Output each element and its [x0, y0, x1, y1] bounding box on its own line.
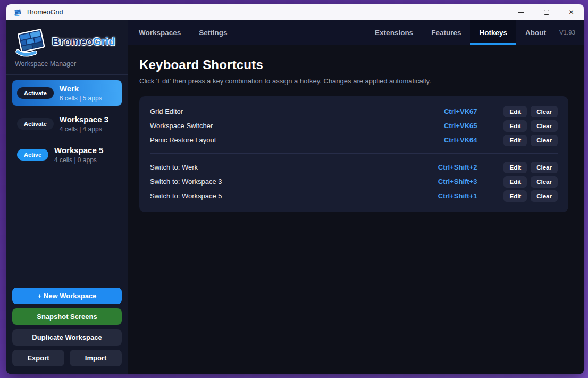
workspace-name: Workspace 5 — [54, 146, 103, 155]
workspace-item-workspace-3[interactable]: Activate Workspace 3 4 cells | 4 apps — [12, 111, 122, 137]
edit-button[interactable]: Edit — [503, 190, 527, 202]
nav-right-group: Extensions Features Hotkeys About V1.93 — [366, 20, 584, 45]
workspace-name: Werk — [60, 84, 102, 94]
desktop-background: BromeoGrid ✕ — [0, 0, 588, 378]
tab-settings[interactable]: Settings — [190, 20, 236, 45]
app-window: BromeoGrid ✕ — [6, 4, 584, 374]
sidebar-spacer — [6, 173, 128, 281]
hotkey-row-panic-restore: Panic Restore Layout Ctrl+VK64 Edit Clea… — [150, 133, 558, 147]
workspace-list: Activate Werk 6 cells | 5 apps Activate … — [6, 75, 128, 173]
title-bar: BromeoGrid ✕ — [6, 4, 584, 20]
hotkey-label: Workspace Switcher — [150, 122, 444, 130]
snapshot-screens-button[interactable]: Snapshot Screens — [12, 308, 122, 325]
page-description: Click 'Edit' then press a key combinatio… — [139, 77, 573, 85]
import-button[interactable]: Import — [70, 350, 122, 366]
activate-badge[interactable]: Activate — [17, 118, 54, 130]
edit-button[interactable]: Edit — [503, 106, 527, 117]
hotkey-row-switch-werk: Switch to: Werk Ctrl+Shift+2 Edit Clear — [150, 160, 558, 174]
sidebar: BromeoGrid Workspace Manager Activate We… — [6, 20, 128, 374]
workspace-meta: 4 cells | 0 apps — [54, 156, 103, 164]
tab-features[interactable]: Features — [422, 20, 470, 45]
hotkeys-page: Keyboard Shortcuts Click 'Edit' then pre… — [128, 45, 584, 224]
hotkey-label: Switch to: Werk — [150, 163, 438, 171]
maximize-button[interactable] — [534, 4, 559, 20]
hotkey-value: Ctrl+Shift+1 — [438, 192, 477, 200]
app-grid-icon — [13, 9, 22, 16]
tab-extensions[interactable]: Extensions — [366, 20, 422, 45]
workspace-item-werk[interactable]: Activate Werk 6 cells | 5 apps — [12, 80, 122, 106]
duplicate-workspace-button[interactable]: Duplicate Workspace — [12, 329, 122, 346]
activate-badge[interactable]: Activate — [17, 87, 54, 99]
edit-button[interactable]: Edit — [503, 135, 527, 146]
hotkey-label: Panic Restore Layout — [150, 136, 444, 144]
hotkey-value: Ctrl+Shift+3 — [438, 178, 477, 186]
group-divider — [150, 153, 558, 154]
hotkey-label: Switch to: Workspace 5 — [150, 192, 438, 200]
hotkey-row-switch-workspace-3: Switch to: Workspace 3 Ctrl+Shift+3 Edit… — [150, 174, 558, 189]
hotkey-value: Ctrl+VK65 — [444, 122, 477, 130]
main-area: Workspaces Settings Extensions Features … — [128, 20, 584, 374]
new-workspace-button[interactable]: + New Workspace — [12, 288, 122, 304]
hotkey-row-grid-editor: Grid Editor Ctrl+VK67 Edit Clear — [150, 104, 558, 119]
hotkeys-panel: Grid Editor Ctrl+VK67 Edit Clear Workspa… — [139, 96, 568, 212]
hotkey-row-switch-workspace-5: Switch to: Workspace 5 Ctrl+Shift+1 Edit… — [150, 189, 558, 203]
window-title: BromeoGrid — [27, 9, 63, 16]
active-badge[interactable]: Active — [17, 149, 48, 161]
edit-button[interactable]: Edit — [503, 176, 527, 188]
workspace-meta: 6 cells | 5 apps — [60, 95, 102, 102]
edit-button[interactable]: Edit — [503, 162, 527, 173]
clear-button[interactable]: Clear — [531, 176, 558, 188]
hotkey-value: Ctrl+Shift+2 — [438, 163, 477, 171]
clear-button[interactable]: Clear — [531, 135, 558, 146]
logo-wordmark: BromeoGrid — [52, 36, 115, 48]
window-controls: ✕ — [509, 4, 584, 20]
clear-button[interactable]: Clear — [531, 120, 558, 132]
clear-button[interactable]: Clear — [531, 106, 558, 117]
tab-about[interactable]: About — [516, 20, 555, 45]
logo-text-grid: Grid — [93, 36, 115, 47]
clear-button[interactable]: Clear — [531, 162, 558, 173]
workspace-name: Workspace 3 — [60, 115, 108, 124]
tab-hotkeys[interactable]: Hotkeys — [470, 20, 516, 45]
hotkey-value: Ctrl+VK67 — [444, 107, 477, 115]
hotkey-value: Ctrl+VK64 — [444, 136, 477, 144]
page-title: Keyboard Shortcuts — [139, 57, 573, 72]
logo-subtitle: Workspace Manager — [13, 60, 121, 68]
logo-text-bromeo: Bromeo — [52, 36, 93, 47]
hotkey-label: Switch to: Workspace 3 — [150, 178, 438, 186]
sidebar-actions: + New Workspace Snapshot Screens Duplica… — [6, 281, 128, 374]
logo-section: BromeoGrid Workspace Manager — [6, 20, 128, 75]
workspace-item-workspace-5[interactable]: Active Workspace 5 4 cells | 0 apps — [12, 142, 122, 167]
version-label: V1.93 — [555, 20, 584, 45]
tab-workspaces[interactable]: Workspaces — [130, 20, 190, 45]
clear-button[interactable]: Clear — [531, 190, 558, 202]
close-button[interactable]: ✕ — [559, 4, 584, 20]
nav-bar: Workspaces Settings Extensions Features … — [128, 20, 584, 45]
workspace-meta: 4 cells | 4 apps — [60, 125, 108, 133]
bromeogrid-logo-icon — [13, 27, 51, 58]
minimize-button[interactable] — [509, 4, 534, 20]
edit-button[interactable]: Edit — [503, 120, 527, 132]
hotkey-label: Grid Editor — [150, 107, 444, 115]
hotkey-row-workspace-switcher: Workspace Switcher Ctrl+VK65 Edit Clear — [150, 119, 558, 133]
export-button[interactable]: Export — [12, 350, 64, 366]
